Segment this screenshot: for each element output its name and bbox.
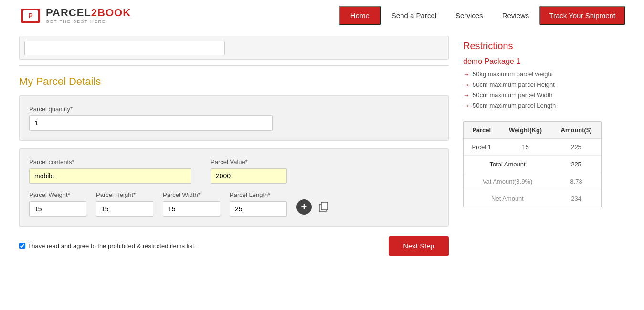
logo-text: PARCEL2BOOK GET THE BEST HERE [46,7,131,24]
col-parcel: Parcel [464,122,499,139]
navigation: Home Send a Parcel Services Reviews Trac… [339,6,625,25]
restriction-text-2: 50cm maximum parcel Height [473,81,555,88]
parcel-qty-input[interactable] [29,115,273,131]
header: P PARCEL2BOOK GET THE BEST HERE Home Sen… [0,0,644,31]
table-row-net: Net Amount 234 [464,190,601,207]
net-value: 234 [551,190,601,207]
parcel-contents-group: Parcel contents* [29,158,191,184]
vat-value: 8.78 [551,173,601,190]
sidebar-area: Restrictions demo Package 1 → 50kg maxim… [463,31,602,256]
col-weight: Weight(Kg) [499,122,551,139]
total-label: Total Amount [464,156,551,173]
section-title: My Parcel Details [19,75,449,88]
summary-table: Parcel Weight(Kg) Amount($) Prcel 1 15 2… [464,122,601,207]
track-shipment-button[interactable]: Track Your Shipment [539,6,625,25]
restrictions-title: Restrictions [463,41,602,52]
top-partial-bar [19,36,449,60]
parcel-details-box: Parcel contents* Parcel Value* Parcel We… [19,148,449,227]
dimensions-row: Parcel Weight* Parcel Height* Parcel Wid… [29,191,439,217]
restriction-item-4: → 50cm maximum parcel Length [463,102,602,110]
table-row-total: Total Amount 225 [464,156,601,173]
length-group: Parcel Length* [230,191,287,217]
restriction-item-1: → 50kg maximum parcel weight [463,71,602,78]
agree-checkbox[interactable] [19,243,25,249]
content-area: My Parcel Details Parcel quantity* Parce… [19,31,449,256]
parcel-value-label: Parcel Value* [211,158,287,165]
arrow-icon-2: → [463,81,470,89]
logo-2: 2 [91,7,97,19]
svg-rect-4 [321,202,328,210]
restriction-text-3: 50cm maximum parcel Width [473,92,553,99]
restriction-item-3: → 50cm maximum parcel Width [463,92,602,99]
svg-text:P: P [28,12,32,20]
parcel-contents-label: Parcel contents* [29,158,191,165]
top-partial-input [24,41,225,55]
summary-table-wrapper: Parcel Weight(Kg) Amount($) Prcel 1 15 2… [463,121,602,207]
contents-value-row: Parcel contents* Parcel Value* [29,158,439,184]
parcel-value-group: Parcel Value* [211,158,287,184]
parcel-qty-label: Parcel quantity* [29,105,439,113]
parcel-contents-input[interactable] [29,168,191,184]
table-row-parcel1: Prcel 1 15 225 [464,139,601,156]
restriction-item-2: → 50cm maximum parcel Height [463,81,602,89]
col-amount: Amount($) [551,122,601,139]
services-link[interactable]: Services [447,7,492,24]
height-input[interactable] [96,201,153,217]
logo-icon: P [19,4,42,27]
arrow-icon-3: → [463,92,470,99]
agree-text: I have read and agree to the prohibited … [28,242,196,249]
net-label: Net Amount [464,190,551,207]
action-icons: + [296,199,331,217]
home-button[interactable]: Home [339,6,381,25]
width-label: Parcel Width* [163,191,220,198]
summary-header-row: Parcel Weight(Kg) Amount($) [464,122,601,139]
package-name: demo Package 1 [463,57,602,66]
arrow-icon-4: → [463,102,470,110]
logo-area: P PARCEL2BOOK GET THE BEST HERE [19,4,131,27]
height-label: Parcel Height* [96,191,153,198]
send-parcel-link[interactable]: Send a Parcel [383,7,445,24]
weight-group: Parcel Weight* [29,191,86,217]
logo-parcel: PARCEL [46,7,91,19]
logo-sub-text: GET THE BEST HERE [46,19,131,24]
row1-parcel: Prcel 1 [464,139,499,156]
width-group: Parcel Width* [163,191,220,217]
table-row-vat: Vat Amount(3.9%) 8.78 [464,173,601,190]
parcel-value-input[interactable] [211,168,287,184]
weight-label: Parcel Weight* [29,191,86,198]
restriction-text-4: 50cm maximum parcel Length [473,102,556,109]
vat-label: Vat Amount(3.9%) [464,173,551,190]
agree-left: I have read and agree to the prohibited … [19,242,196,249]
arrow-icon-1: → [463,71,470,78]
row1-weight: 15 [499,139,551,156]
length-input[interactable] [230,201,287,217]
total-value: 225 [551,156,601,173]
logo-main-text: PARCEL2BOOK [46,7,131,19]
length-label: Parcel Length* [230,191,287,198]
main-layout: My Parcel Details Parcel quantity* Parce… [0,31,644,256]
logo-book: BOOK [97,7,131,19]
parcel-quantity-box: Parcel quantity* [19,95,449,141]
copy-icon[interactable] [316,199,331,215]
reviews-link[interactable]: Reviews [494,7,538,24]
restriction-text-1: 50kg maximum parcel weight [473,71,553,78]
width-input[interactable] [163,201,220,217]
height-group: Parcel Height* [96,191,153,217]
weight-input[interactable] [29,201,86,217]
next-step-button[interactable]: Next Step [389,236,449,256]
top-divider [19,65,449,66]
agree-row: I have read and agree to the prohibited … [19,236,449,256]
add-parcel-icon[interactable]: + [296,199,312,215]
row1-amount: 225 [551,139,601,156]
